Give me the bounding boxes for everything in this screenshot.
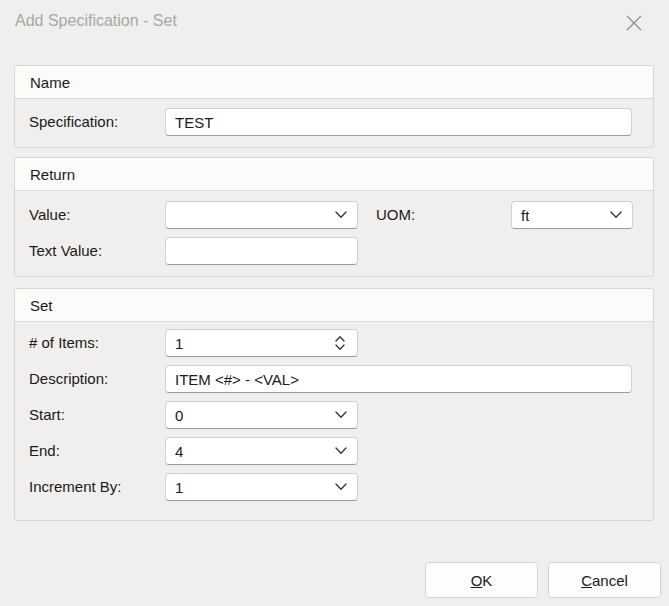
add-specification-dialog: Add Specification - Set Name Specificati… xyxy=(0,0,669,606)
chevron-down-icon xyxy=(335,447,347,455)
name-section: Name Specification: xyxy=(14,65,654,148)
description-input[interactable] xyxy=(165,365,632,393)
increment-by-label: Increment By: xyxy=(29,473,122,501)
set-section-header: Set xyxy=(15,289,653,322)
specification-label: Specification: xyxy=(29,108,118,136)
num-items-label: # of Items: xyxy=(29,329,99,357)
ok-button-label: OK xyxy=(471,572,493,589)
start-dropdown[interactable]: 0 xyxy=(165,401,358,429)
chevron-down-icon xyxy=(335,211,347,219)
start-dropdown-selected: 0 xyxy=(175,407,183,424)
text-value-input[interactable] xyxy=(165,237,358,265)
num-items-spinner[interactable]: 1 xyxy=(165,329,358,357)
uom-dropdown-selected: ft xyxy=(521,207,529,224)
end-dropdown[interactable]: 4 xyxy=(165,437,358,465)
set-section: Set # of Items: 1 Description: Start: 0 … xyxy=(14,288,654,521)
increment-by-dropdown[interactable]: 1 xyxy=(165,473,358,501)
num-items-value: 1 xyxy=(175,335,183,352)
end-label: End: xyxy=(29,437,60,465)
chevron-down-icon xyxy=(610,211,622,219)
cancel-button-label: Cancel xyxy=(581,572,628,589)
cancel-button[interactable]: Cancel xyxy=(548,562,661,598)
close-button[interactable] xyxy=(617,6,651,40)
description-label: Description: xyxy=(29,365,108,393)
chevron-down-icon xyxy=(335,411,347,419)
return-section: Return Value: UOM: ft Text Value: xyxy=(14,157,654,277)
dialog-title: Add Specification - Set xyxy=(15,12,177,30)
ok-button[interactable]: OK xyxy=(425,562,538,598)
text-value-label: Text Value: xyxy=(29,237,102,265)
close-icon xyxy=(625,14,643,32)
name-section-header: Name xyxy=(15,66,653,99)
value-dropdown[interactable] xyxy=(165,201,358,229)
increment-by-dropdown-selected: 1 xyxy=(175,479,183,496)
start-label: Start: xyxy=(29,401,65,429)
uom-dropdown[interactable]: ft xyxy=(511,201,633,229)
value-label: Value: xyxy=(29,201,70,229)
specification-input[interactable] xyxy=(165,108,632,136)
uom-label: UOM: xyxy=(376,201,415,229)
end-dropdown-selected: 4 xyxy=(175,443,183,460)
chevron-down-icon xyxy=(335,483,347,491)
spinner-updown-icon[interactable] xyxy=(333,334,347,352)
return-section-header: Return xyxy=(15,158,653,191)
